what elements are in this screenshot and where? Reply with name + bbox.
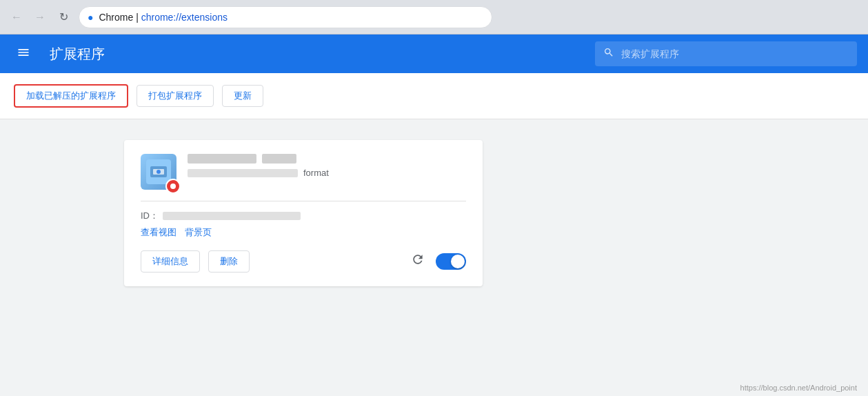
extension-links: 查看视图 背景页 <box>141 226 466 239</box>
extension-name-row <box>188 154 466 164</box>
card-divider <box>141 201 466 201</box>
toolbar: 加载已解压的扩展程序 打包扩展程序 更新 <box>0 73 868 119</box>
reload-nav-button[interactable]: ↻ <box>55 9 72 26</box>
back-button[interactable]: ← <box>8 9 25 26</box>
background-link[interactable]: 背景页 <box>185 227 212 237</box>
pack-extension-button[interactable]: 打包扩展程序 <box>137 85 214 107</box>
url-prefix: Chrome | chrome://extensions <box>99 12 228 23</box>
shield-icon: ● <box>88 12 93 23</box>
extension-name-blur-1 <box>188 154 256 164</box>
forward-button[interactable]: → <box>32 9 48 26</box>
search-bar[interactable] <box>595 41 857 66</box>
extension-id-blur <box>163 212 301 220</box>
extension-name-blur-2 <box>262 154 296 164</box>
footer-text: https://blog.csdn.net/Android_point <box>740 384 857 392</box>
extension-desc-blur <box>188 169 298 177</box>
extension-icon-wrapper <box>141 154 176 190</box>
extension-card: format ID： 查看视图 背景页 详细信息 删除 <box>124 140 483 286</box>
main-content: format ID： 查看视图 背景页 详细信息 删除 <box>0 119 868 307</box>
load-unpacked-button[interactable]: 加载已解压的扩展程序 <box>14 84 128 108</box>
extension-toggle[interactable] <box>436 253 466 270</box>
search-icon <box>603 47 614 61</box>
update-button[interactable]: 更新 <box>222 85 263 107</box>
card-actions: 详细信息 删除 <box>141 250 466 273</box>
reload-extension-icon[interactable] <box>408 250 427 273</box>
card-top: format <box>141 154 466 190</box>
footer: https://blog.csdn.net/Android_point <box>740 384 857 392</box>
page-title: 扩展程序 <box>50 45 581 63</box>
extension-format: format <box>303 168 329 178</box>
hamburger-icon[interactable] <box>11 40 36 68</box>
search-input[interactable] <box>621 48 849 59</box>
toggle-thumb <box>451 255 465 268</box>
record-badge <box>165 179 181 194</box>
view-link[interactable]: 查看视图 <box>141 227 176 237</box>
record-dot <box>170 184 176 189</box>
url-highlight: chrome://extensions <box>141 12 228 23</box>
id-label: ID： <box>141 210 159 222</box>
browser-bar: ← → ↻ ● Chrome | chrome://extensions <box>0 0 868 34</box>
details-button[interactable]: 详细信息 <box>141 250 200 273</box>
address-bar[interactable]: ● Chrome | chrome://extensions <box>79 6 492 28</box>
extension-id-row: ID： <box>141 210 466 222</box>
svg-point-3 <box>157 170 161 174</box>
page-header: 扩展程序 <box>0 34 868 73</box>
remove-button[interactable]: 删除 <box>208 250 250 273</box>
extension-info: format <box>188 154 466 178</box>
extension-desc-row: format <box>188 168 466 178</box>
